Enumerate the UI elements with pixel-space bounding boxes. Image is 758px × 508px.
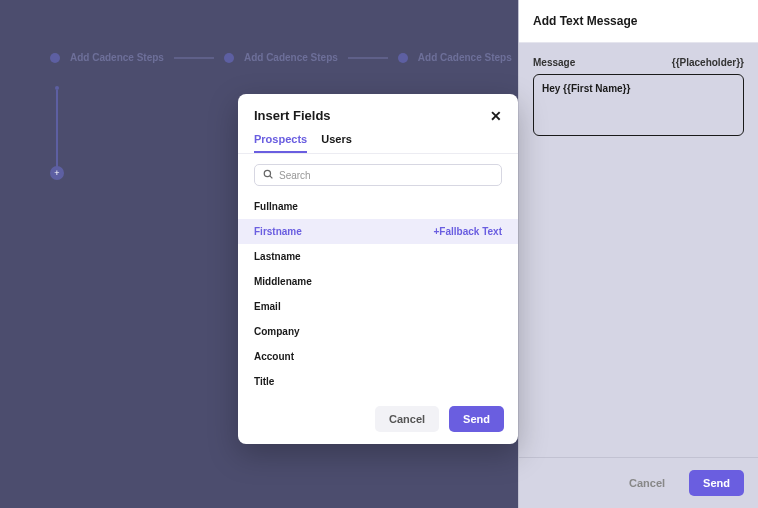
insert-fields-modal: Insert Fields ✕ Prospects Users Fullname… xyxy=(238,94,518,444)
field-label: Account xyxy=(254,351,294,362)
step-dot xyxy=(224,53,234,63)
search-icon xyxy=(263,169,273,181)
field-item-company[interactable]: Company xyxy=(238,319,518,344)
side-cancel-button[interactable]: Cancel xyxy=(615,470,679,496)
field-item-fullname[interactable]: Fullname xyxy=(238,194,518,219)
modal-cancel-button[interactable]: Cancel xyxy=(375,406,439,432)
field-label: Fullname xyxy=(254,201,298,212)
field-item-email[interactable]: Email xyxy=(238,294,518,319)
side-panel-title: Add Text Message xyxy=(533,14,744,28)
field-label: Title xyxy=(254,376,274,387)
field-item-account[interactable]: Account xyxy=(238,344,518,369)
side-send-button[interactable]: Send xyxy=(689,470,744,496)
search-wrap xyxy=(238,154,518,194)
modal-header: Insert Fields ✕ xyxy=(238,94,518,133)
field-label: Company xyxy=(254,326,300,337)
step-label: Add Cadence Steps xyxy=(418,52,512,63)
message-label: Message xyxy=(533,57,575,68)
field-list: Fullname Firstname +Fallback Text Lastna… xyxy=(238,194,518,394)
tab-prospects[interactable]: Prospects xyxy=(254,133,307,153)
side-panel-body: Message {{Placeholder}} xyxy=(519,43,758,457)
search-input[interactable] xyxy=(279,170,493,181)
modal-send-button[interactable]: Send xyxy=(449,406,504,432)
close-icon[interactable]: ✕ xyxy=(490,109,502,123)
plus-icon: + xyxy=(54,169,59,178)
field-item-firstname[interactable]: Firstname +Fallback Text xyxy=(238,219,518,244)
modal-footer: Cancel Send xyxy=(238,394,518,444)
placeholder-link[interactable]: {{Placeholder}} xyxy=(672,57,744,68)
field-label: Firstname xyxy=(254,226,302,237)
step-dot xyxy=(398,53,408,63)
message-label-row: Message {{Placeholder}} xyxy=(533,57,744,68)
add-step-button[interactable]: + xyxy=(50,166,64,180)
step-label: Add Cadence Steps xyxy=(70,52,164,63)
cadence-stepper: Add Cadence Steps Add Cadence Steps Add … xyxy=(50,52,512,63)
field-item-title[interactable]: Title xyxy=(238,369,518,394)
tab-users[interactable]: Users xyxy=(321,133,352,153)
message-textarea[interactable] xyxy=(533,74,744,136)
step-dot xyxy=(50,53,60,63)
field-label: Email xyxy=(254,301,281,312)
field-label: Lastname xyxy=(254,251,301,262)
timeline-line xyxy=(56,90,58,168)
side-panel-header: Add Text Message xyxy=(519,0,758,43)
step-connector xyxy=(348,57,388,59)
side-panel-add-text-message: Add Text Message Message {{Placeholder}}… xyxy=(518,0,758,508)
modal-title: Insert Fields xyxy=(254,108,331,123)
modal-tabs: Prospects Users xyxy=(238,133,518,153)
fallback-text-link[interactable]: +Fallback Text xyxy=(434,226,502,237)
field-label: Middlename xyxy=(254,276,312,287)
field-item-lastname[interactable]: Lastname xyxy=(238,244,518,269)
svg-line-1 xyxy=(270,176,273,179)
svg-point-0 xyxy=(264,170,270,176)
step-label: Add Cadence Steps xyxy=(244,52,338,63)
step-connector xyxy=(174,57,214,59)
search-box[interactable] xyxy=(254,164,502,186)
side-panel-footer: Cancel Send xyxy=(519,457,758,508)
field-item-middlename[interactable]: Middlename xyxy=(238,269,518,294)
